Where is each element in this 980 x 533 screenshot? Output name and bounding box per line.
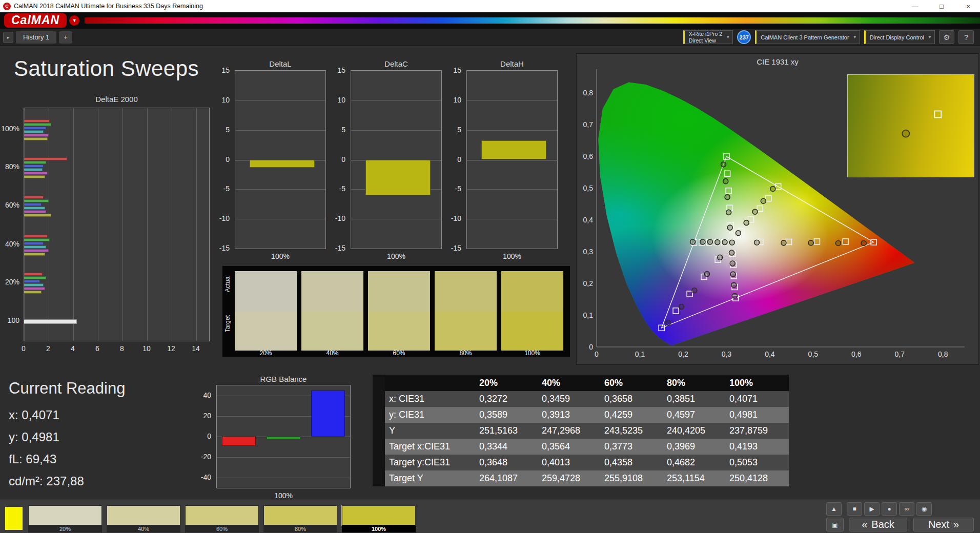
deltae-y-tick: 60%	[5, 201, 19, 209]
play-button[interactable]: ▶	[864, 502, 880, 516]
cie-y-tick: 0,1	[583, 311, 594, 319]
table-corner	[373, 375, 385, 391]
measured-point	[715, 240, 720, 245]
rgb-bar-blue	[311, 391, 345, 437]
calman-logo[interactable]: CalMAN	[4, 13, 67, 28]
deltae-bar	[24, 245, 46, 249]
deltae-bar	[24, 291, 42, 294]
dc-plot-y-tick: -15	[335, 244, 345, 252]
pattern-generator-dropdown[interactable]: CalMAN Client 3 Pattern Generator ▼	[755, 30, 860, 44]
deltae-bar	[24, 157, 67, 160]
actual-label: Actual	[224, 275, 231, 292]
table-row-strip	[373, 423, 385, 439]
current-reading-title: Current Reading	[9, 379, 125, 398]
cie-x-tick: 0,6	[851, 350, 862, 358]
dc-plot-gridline	[351, 100, 441, 101]
swatch-actual	[501, 271, 563, 311]
brand-bar: CalMAN ▼	[0, 12, 980, 29]
measured-point	[770, 186, 775, 191]
deltae-y-tick: 80%	[5, 162, 19, 171]
help-button[interactable]: ?	[958, 30, 974, 44]
pattern-patch[interactable]	[185, 505, 259, 525]
rgb-y-tick: 40	[203, 391, 211, 399]
rgb-y-tick: 20	[203, 412, 211, 420]
add-tab-button[interactable]: +	[59, 31, 72, 44]
table-cell: 0,5053	[726, 455, 789, 470]
meter-dropdown[interactable]: X-Rite i1Pro 2 Direct View ▼	[683, 30, 733, 44]
deltae-title: DeltaE 2000	[24, 95, 210, 104]
table-row-label: x: CIE31	[385, 391, 476, 407]
chevron-down-icon: ▼	[726, 35, 730, 39]
pattern-patch[interactable]	[263, 505, 337, 525]
settings-gear-icon[interactable]: ⚙	[939, 30, 954, 44]
deltae-bar	[24, 207, 45, 210]
cie-y-tick: 0,2	[583, 279, 594, 288]
cie-x-tick: 0	[595, 350, 599, 358]
view-button[interactable]: ◉	[916, 502, 932, 516]
cie-y-tick: 0	[589, 343, 593, 351]
deltac-y-axis: 151050-5-10-15	[328, 70, 348, 249]
minimize-button[interactable]: —	[903, 0, 927, 12]
deltae-x-tick: 6	[95, 344, 99, 353]
table-cell: 0,3459	[539, 391, 601, 407]
workspace: Saturation Sweeps DeltaE 2000 100%80%60%…	[0, 46, 980, 500]
display-control-dropdown[interactable]: Direct Display Control ▼	[864, 30, 935, 44]
dh-plot-gridline	[467, 71, 557, 71]
measured-point	[707, 239, 712, 244]
measured-point	[729, 250, 734, 255]
record-icon: ●	[887, 505, 891, 512]
collapse-arrow-icon[interactable]: ▸	[3, 32, 13, 43]
table-cell: 0,3658	[601, 391, 664, 407]
table-row-strip	[373, 470, 385, 486]
cie-x-tick: 0,5	[808, 350, 819, 358]
maximize-button[interactable]: □	[930, 0, 953, 12]
back-button[interactable]: « Back	[849, 518, 907, 531]
deltae-gridline	[122, 108, 123, 341]
measured-point	[729, 240, 734, 245]
continuous-read-button[interactable]: ∞	[899, 502, 914, 516]
table-header-cell: 80%	[664, 375, 726, 391]
deltac-x-label: 100%	[351, 252, 442, 260]
rgb-gridline	[217, 457, 350, 458]
table-cell: 0,4071	[726, 391, 789, 407]
logo-caret-icon[interactable]: ▼	[69, 15, 79, 26]
measured-point	[731, 282, 737, 288]
swatch-actual	[235, 271, 297, 311]
stop-button[interactable]: ■	[847, 502, 862, 516]
tab-bar: ▸ History 1 + X-Rite i1Pro 2 Direct View…	[0, 29, 980, 46]
deltae-bar	[24, 161, 46, 164]
measured-point	[726, 210, 731, 215]
deltah-y-axis: 151050-5-10-15	[444, 70, 463, 249]
pattern-patch[interactable]	[28, 505, 102, 525]
swatch-target	[235, 311, 297, 351]
meter-name: X-Rite i1Pro 2	[689, 31, 722, 37]
rgb-y-tick: -20	[201, 453, 211, 461]
table-row: Target y:CIE310,36480,40130,43580,46820,…	[373, 455, 789, 470]
dl-plot-gridline	[235, 130, 325, 131]
measured-point	[722, 240, 727, 245]
expand-up-button[interactable]: ▲	[826, 502, 842, 516]
measured-point	[730, 272, 736, 277]
deltae-bar	[24, 196, 44, 199]
pattern-window-button[interactable]: ▣	[826, 518, 844, 531]
pattern-patch[interactable]	[342, 505, 416, 525]
table-cell: 0,3589	[476, 407, 539, 423]
swatch-percent-label: 100%	[501, 350, 563, 357]
dc-plot-gridline	[351, 130, 441, 131]
table-header-cell: 20%	[476, 375, 539, 391]
close-button[interactable]: ×	[956, 0, 980, 12]
page-title: Saturation Sweeps	[14, 56, 199, 81]
tab-history-1[interactable]: History 1	[16, 31, 56, 44]
pattern-patch[interactable]	[107, 505, 180, 525]
record-button[interactable]: ●	[882, 502, 897, 516]
measured-point	[679, 304, 684, 309]
next-button[interactable]: Next »	[913, 518, 974, 531]
cie-y-tick: 0,4	[583, 216, 594, 224]
table-cell: 247,2968	[539, 423, 601, 439]
deltae-y-axis: 100%80%60%40%20%100	[0, 108, 22, 341]
inset-measured-point	[902, 130, 909, 137]
deltae-bar	[24, 276, 46, 279]
measured-point	[736, 231, 741, 236]
calman-app-icon: C	[3, 3, 11, 10]
table-row: y: CIE310,35890,39130,42590,45970,4981	[373, 407, 789, 423]
